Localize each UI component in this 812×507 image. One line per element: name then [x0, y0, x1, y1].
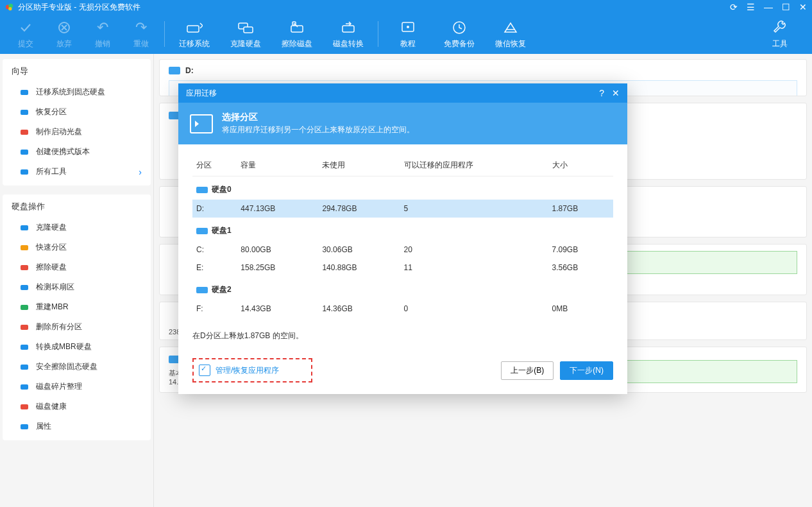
svg-rect-17: [21, 169, 28, 175]
sidebar-item-icon: [19, 107, 30, 117]
table-group: 硬盘2: [192, 277, 613, 300]
svg-rect-19: [21, 245, 28, 250]
app-migrate-dialog: 应用迁移 ? ✕ 选择分区 将应用程序迁移到另一个分区上来释放原分区上的空间。 …: [178, 83, 627, 394]
toolbar-tools[interactable]: 工具: [754, 19, 806, 49]
sidebar-item[interactable]: 迁移系统到固态硬盘: [3, 82, 151, 102]
svg-rect-27: [21, 404, 28, 409]
svg-rect-24: [21, 345, 28, 350]
svg-rect-13: [21, 90, 28, 95]
svg-rect-18: [21, 225, 28, 230]
dialog-head-title: 选择分区: [222, 112, 414, 123]
svg-rect-16: [21, 150, 28, 155]
sidebar-item[interactable]: 磁盘碎片整理: [3, 377, 151, 397]
sidebar-item[interactable]: 重建MBR: [3, 297, 151, 317]
svg-rect-22: [21, 305, 28, 310]
svg-rect-26: [21, 384, 28, 390]
disk-icon: [196, 228, 208, 234]
sidebar-item-icon: [19, 282, 30, 293]
table-row[interactable]: D:447.13GB294.78GB51.87GB: [192, 200, 613, 218]
toolbar: 提交 放弃 ↶撤销 ↷重做 迁移系统 克隆硬盘 擦除磁盘 磁盘转换 教程 免费备…: [0, 14, 812, 54]
sidebar-item[interactable]: 删除所有分区: [3, 317, 151, 337]
disk-icon: [169, 67, 180, 74]
table-group: 硬盘1: [192, 218, 613, 241]
toolbar-wechat-recover[interactable]: 微信恢复: [485, 19, 536, 49]
dialog-help-icon[interactable]: ?: [599, 88, 604, 98]
next-button[interactable]: 下一步(N): [560, 361, 613, 380]
svg-point-11: [407, 26, 409, 28]
table-header: 大小: [548, 155, 613, 176]
toolbar-commit: 提交: [6, 19, 45, 49]
sidebar-item-icon: [19, 127, 30, 137]
sidebar-item[interactable]: 制作启动光盘: [3, 122, 151, 142]
partition-table: 分区容量未使用可以迁移的应用程序大小 硬盘0D:447.13GB294.78GB…: [192, 155, 613, 318]
svg-rect-15: [21, 130, 28, 135]
sidebar-item[interactable]: 安全擦除固态硬盘: [3, 357, 151, 377]
sidebar-item[interactable]: 转换成MBR硬盘: [3, 337, 151, 357]
app-logo-icon: [5, 3, 14, 12]
toolbar-wipe-disk[interactable]: 擦除磁盘: [271, 19, 323, 49]
chevron-right-icon: ›: [139, 167, 142, 177]
table-row[interactable]: F:14.43GB14.36GB00MB: [192, 300, 613, 318]
sidebar-item[interactable]: 所有工具›: [3, 162, 151, 182]
sidebar-item-icon: [19, 422, 30, 432]
toolbar-migrate-os[interactable]: 迁移系统: [169, 19, 220, 49]
sidebar-item-icon: [19, 322, 30, 332]
table-row[interactable]: E:158.25GB140.88GB113.56GB: [192, 259, 613, 277]
sidebar-item[interactable]: 快速分区: [3, 237, 151, 257]
svg-rect-9: [343, 26, 354, 32]
toolbar-tutorial[interactable]: 教程: [382, 19, 434, 49]
sidebar-item[interactable]: 恢复分区: [3, 102, 151, 122]
minimize-icon[interactable]: —: [764, 3, 773, 12]
sidebar-item[interactable]: 磁盘健康: [3, 397, 151, 417]
refresh-icon[interactable]: ⟳: [730, 3, 738, 12]
manage-restore-link[interactable]: 管理/恢复应用程序: [192, 358, 312, 382]
wizard-section-title: 向导: [3, 59, 151, 82]
toolbar-convert-disk[interactable]: 磁盘转换: [323, 19, 374, 49]
toolbar-free-backup[interactable]: 免费备份: [434, 19, 485, 49]
sidebar-item[interactable]: 属性: [3, 417, 151, 436]
sidebar-item-icon: [19, 302, 30, 313]
svg-rect-14: [21, 110, 28, 115]
svg-rect-4: [187, 26, 199, 32]
svg-rect-28: [21, 424, 28, 429]
svg-rect-23: [21, 325, 28, 330]
svg-rect-21: [21, 285, 28, 290]
table-row[interactable]: C:80.00GB30.06GB207.09GB: [192, 241, 613, 259]
disk-icon: [196, 187, 208, 193]
window-title: 分区助手专业版 - 无损分区免费软件: [18, 2, 140, 13]
sidebar-item[interactable]: 克隆硬盘: [3, 218, 151, 237]
toolbar-discard: 放弃: [45, 19, 83, 49]
sidebar-item-icon: [19, 262, 30, 273]
dialog-close-icon[interactable]: ✕: [612, 88, 620, 98]
folder-icon: [190, 114, 213, 133]
maximize-icon[interactable]: ☐: [782, 3, 790, 12]
table-header: 未使用: [318, 155, 400, 176]
menu-icon[interactable]: ☰: [747, 3, 755, 12]
sidebar-item-icon: [19, 223, 30, 233]
sidebar-item-icon: [19, 362, 30, 372]
svg-rect-6: [244, 27, 253, 33]
sidebar-item[interactable]: 擦除硬盘: [3, 257, 151, 277]
sidebar-item[interactable]: 检测坏扇区: [3, 277, 151, 297]
svg-rect-25: [21, 365, 28, 370]
toolbar-clone-disk[interactable]: 克隆硬盘: [220, 19, 271, 49]
close-icon[interactable]: ✕: [799, 3, 807, 12]
dialog-head-sub: 将应用程序迁移到另一个分区上来释放原分区上的空间。: [222, 125, 414, 135]
toolbar-undo: ↶撤销: [83, 19, 122, 49]
table-header: 分区: [192, 155, 237, 176]
table-group: 硬盘0: [192, 176, 613, 200]
table-header: 容量: [237, 155, 318, 176]
sidebar-item-icon: [19, 243, 30, 253]
prev-button[interactable]: 上一步(B): [501, 361, 554, 380]
sidebar-item[interactable]: 创建便携式版本: [3, 142, 151, 162]
ops-section-title: 硬盘操作: [3, 194, 151, 218]
sidebar-item-icon: [19, 382, 30, 392]
sidebar-item-icon: [19, 167, 30, 177]
document-icon: [199, 365, 210, 376]
svg-rect-20: [21, 265, 28, 270]
sidebar-item-icon: [19, 402, 30, 412]
sidebar-item-icon: [19, 342, 30, 352]
sidebar-item-icon: [19, 147, 30, 157]
dialog-title: 应用迁移: [186, 88, 217, 99]
titlebar: 分区助手专业版 - 无损分区免费软件 ⟳ ☰ — ☐ ✕: [0, 0, 812, 14]
